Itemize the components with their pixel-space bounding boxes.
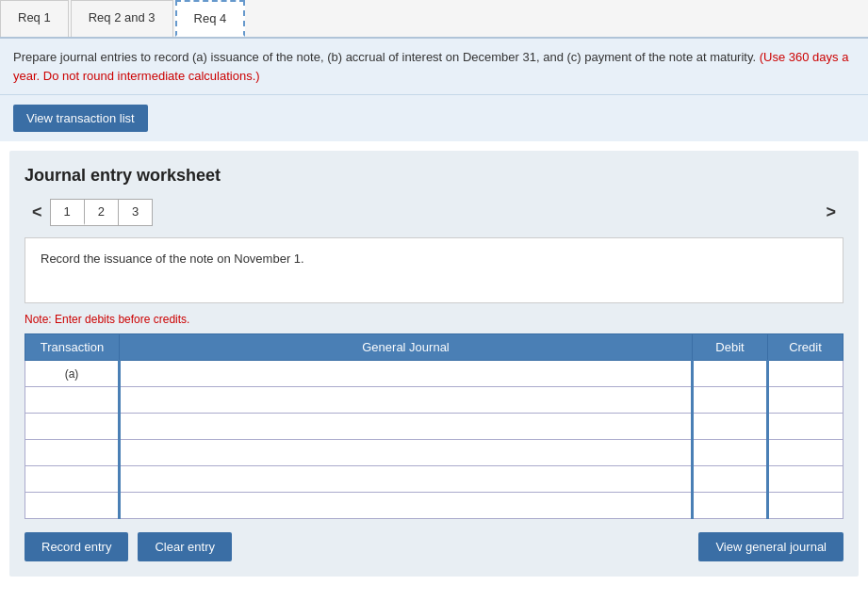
col-header-general-journal: General Journal	[120, 334, 693, 361]
info-text-normal: Prepare journal entries to record (a) is…	[13, 50, 756, 64]
general-journal-cell[interactable]	[120, 387, 693, 414]
info-banner: Prepare journal entries to record (a) is…	[0, 39, 868, 95]
worksheet-container: Journal entry worksheet < 1 2 3 > Record…	[9, 151, 859, 577]
debit-cell[interactable]	[693, 493, 768, 519]
debit-cell[interactable]	[693, 466, 768, 493]
clear-entry-button[interactable]: Clear entry	[138, 532, 232, 561]
debit-input[interactable]	[694, 493, 766, 518]
gj-input[interactable]	[121, 440, 691, 465]
tab-req2and3[interactable]: Req 2 and 3	[71, 0, 173, 37]
table-row	[25, 466, 843, 493]
gj-input[interactable]	[121, 361, 691, 386]
credit-input[interactable]	[769, 493, 843, 518]
table-row	[25, 414, 843, 440]
worksheet-title: Journal entry worksheet	[25, 166, 843, 186]
record-entry-button[interactable]: Record entry	[25, 532, 128, 561]
transaction-cell	[25, 440, 120, 466]
buttons-row: Record entry Clear entry View general jo…	[25, 532, 843, 561]
table-row	[25, 440, 843, 466]
credit-cell[interactable]	[768, 361, 843, 387]
gj-input[interactable]	[121, 466, 691, 492]
table-row	[25, 493, 843, 519]
credit-input[interactable]	[769, 387, 843, 413]
description-text: Record the issuance of the note on Novem…	[41, 252, 304, 266]
credit-input[interactable]	[769, 466, 843, 492]
journal-table: Transaction General Journal Debit Credit…	[25, 333, 843, 519]
general-journal-cell[interactable]	[120, 466, 693, 493]
tabs-bar: Req 1 Req 2 and 3 Req 4	[0, 0, 868, 39]
transaction-cell	[25, 493, 120, 519]
table-row: (a)	[25, 361, 843, 387]
credit-cell[interactable]	[768, 414, 843, 440]
general-journal-cell[interactable]	[120, 440, 693, 466]
next-page-arrow[interactable]: >	[818, 199, 843, 226]
description-box: Record the issuance of the note on Novem…	[25, 237, 843, 303]
col-header-credit: Credit	[768, 334, 843, 361]
page-tab-2[interactable]: 2	[85, 200, 119, 225]
debit-cell[interactable]	[693, 361, 768, 387]
credit-cell[interactable]	[768, 440, 843, 466]
credit-input[interactable]	[769, 361, 843, 386]
debit-input[interactable]	[694, 466, 766, 492]
page-tab-1[interactable]: 1	[51, 200, 85, 225]
gj-input[interactable]	[121, 493, 691, 518]
credit-input[interactable]	[769, 440, 843, 465]
gj-input[interactable]	[121, 387, 691, 413]
col-header-debit: Debit	[693, 334, 768, 361]
debit-input[interactable]	[694, 440, 766, 465]
debit-cell[interactable]	[693, 440, 768, 466]
credit-input[interactable]	[769, 414, 843, 439]
table-row	[25, 387, 843, 414]
note-text: Note: Enter debits before credits.	[25, 313, 843, 326]
general-journal-cell[interactable]	[120, 493, 693, 519]
transaction-cell: (a)	[25, 361, 120, 387]
credit-cell[interactable]	[768, 493, 843, 519]
transaction-cell	[25, 387, 120, 414]
view-general-journal-button[interactable]: View general journal	[698, 532, 843, 561]
page-tab-3[interactable]: 3	[119, 200, 152, 225]
credit-cell[interactable]	[768, 387, 843, 414]
page-navigation: < 1 2 3 >	[25, 199, 843, 226]
prev-page-arrow[interactable]: <	[25, 199, 50, 226]
general-journal-cell[interactable]	[120, 361, 693, 387]
general-journal-cell[interactable]	[120, 414, 693, 440]
debit-cell[interactable]	[693, 387, 768, 414]
debit-cell[interactable]	[693, 414, 768, 440]
page-tabs: 1 2 3	[50, 199, 154, 226]
tab-req1[interactable]: Req 1	[0, 0, 69, 37]
debit-input[interactable]	[694, 361, 766, 386]
view-transaction-list-button[interactable]: View transaction list	[13, 105, 148, 132]
transaction-cell	[25, 414, 120, 440]
transaction-cell	[25, 466, 120, 493]
gj-input[interactable]	[121, 414, 691, 439]
debit-input[interactable]	[694, 387, 766, 413]
toolbar: View transaction list	[0, 95, 868, 141]
debit-input[interactable]	[694, 414, 766, 439]
credit-cell[interactable]	[768, 466, 843, 493]
col-header-transaction: Transaction	[25, 334, 120, 361]
tab-req4[interactable]: Req 4	[175, 0, 246, 37]
